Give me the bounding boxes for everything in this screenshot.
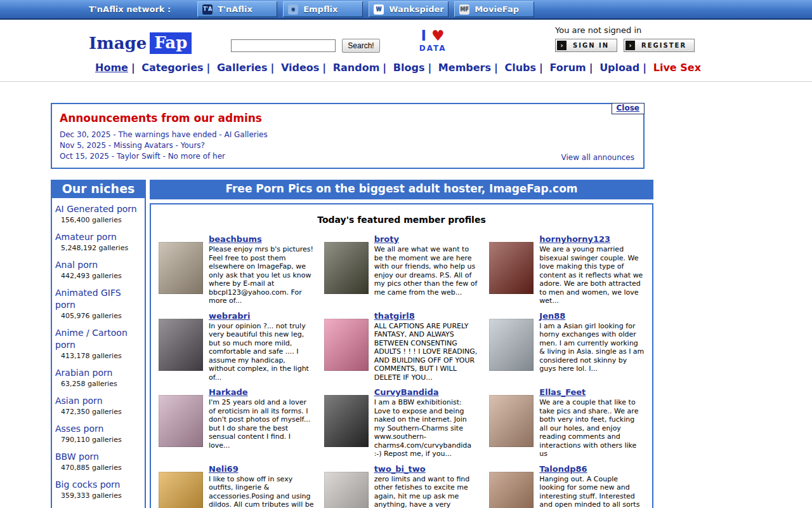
niche-item: Anal porn 442,493 galleries (55, 258, 142, 280)
niche-gallery-count: 470,885 galleries (55, 464, 142, 472)
nav-item-members[interactable]: Members (438, 62, 491, 74)
niche-link[interactable]: Big cocks porn (55, 479, 120, 490)
site-header: Image Fap Search! I ♥ DATA You are not s… (0, 20, 812, 59)
profile-description: Please enjoy mrs b's pictures! Feel free… (209, 245, 314, 305)
register-button[interactable]: › REGISTER (624, 39, 695, 52)
featured-profiles-box: Today's featured member profiles beachbu… (150, 203, 653, 508)
nav-item-forum[interactable]: Forum (549, 62, 586, 74)
nav-item-categories[interactable]: Categories (141, 62, 203, 74)
profile-name-link[interactable]: Talondp86 (539, 464, 587, 474)
nav-item-home[interactable]: Home (95, 62, 128, 74)
profile-thumbnail[interactable] (324, 395, 369, 447)
nav-separator: | (270, 62, 274, 74)
profile-name-link[interactable]: beachbums (209, 234, 262, 244)
nav-item-videos[interactable]: Videos (281, 62, 319, 74)
niche-link[interactable]: Anime / Cartoon porn (55, 328, 128, 350)
site-logo[interactable]: Image Fap (89, 27, 192, 59)
network-site-button[interactable]: W Wankspider (369, 1, 449, 17)
profile-thumbnail[interactable] (489, 242, 534, 294)
profile-card: Jen88 I am a Asian girl looking for horn… (489, 309, 645, 382)
network-site-icon: T'A (202, 4, 213, 15)
profile-description: ALL CAPTIONS ARE PURELY FANTASY, AND ALW… (374, 322, 480, 382)
niche-gallery-count: 472,350 galleries (55, 408, 142, 416)
profile-thumbnail[interactable] (324, 472, 369, 508)
nav-item-clubs[interactable]: Clubs (504, 62, 536, 74)
profile-card: Neli69 I like to show off in sexy outfit… (159, 462, 314, 508)
niche-link[interactable]: AI Generated porn (55, 204, 137, 214)
search-input[interactable] (231, 39, 336, 52)
profile-name-link[interactable]: Harkade (209, 387, 248, 397)
nav-separator: | (539, 62, 543, 74)
niche-link[interactable]: BBW porn (55, 451, 99, 462)
profile-thumbnail[interactable] (159, 319, 203, 371)
content-row: Our niches AI Generated porn 156,400 gal… (51, 180, 812, 508)
nav-separator: | (643, 62, 646, 74)
network-site-label: T'nAflix (218, 4, 252, 14)
search-button[interactable]: Search! (342, 39, 379, 53)
niche-gallery-count: 442,493 galleries (55, 272, 142, 280)
profile-name-link[interactable]: Jen88 (539, 311, 565, 321)
network-site-button[interactable]: T'A T'nAflix (197, 1, 277, 17)
nav-separator: | (589, 62, 593, 74)
account-area: You are not signed in › SIGN IN › REGIST… (555, 25, 695, 52)
profile-name-link[interactable]: CurvyBandida (374, 387, 439, 397)
nav-separator: | (383, 62, 386, 74)
niche-link[interactable]: Amateur porn (55, 232, 117, 242)
view-all-announces-link[interactable]: View all announces (561, 153, 634, 162)
sign-in-label: SIGN IN (566, 42, 615, 49)
profile-thumbnail[interactable] (159, 395, 203, 447)
niche-link[interactable]: Arabian porn (55, 368, 112, 378)
profile-card: CurvyBandida I am a BBW exhibitionist: L… (324, 385, 480, 458)
nav-separator: | (131, 62, 135, 74)
profile-description: We all are what we want to be the moment… (374, 245, 480, 297)
profile-thumbnail[interactable] (489, 319, 534, 371)
nav-item-upload[interactable]: Upload (599, 62, 639, 74)
announcement-link[interactable]: Oct 15, 2025 - Taylor Swift - No more of… (60, 152, 636, 161)
network-site-label: MovieFap (475, 4, 519, 14)
niche-gallery-count: 63,258 galleries (55, 380, 142, 388)
profile-card: Harkade I'm 25 years old and a lover of … (159, 385, 314, 458)
nav-separator: | (494, 62, 498, 74)
nav-item-live-sex[interactable]: Live Sex (653, 62, 701, 74)
profile-description: I like to show off in sexy outfits, ling… (209, 475, 314, 508)
profile-name-link[interactable]: webrabri (209, 311, 251, 321)
niches-sidebar-title: Our niches (52, 181, 145, 198)
profile-thumbnail[interactable] (159, 242, 203, 294)
profile-thumbnail[interactable] (489, 472, 534, 508)
announcement-link[interactable]: Dec 30, 2025 - The warnings have ended -… (60, 130, 636, 139)
announcements-panel: Close Announcements from our admins Dec … (51, 103, 645, 169)
profile-name-link[interactable]: two_bi_two (374, 464, 426, 474)
profile-name-link[interactable]: Neli69 (209, 464, 239, 474)
profile-description: In your opinion ?... not truly very beau… (209, 322, 314, 382)
profile-card: webrabri In your opinion ?... not truly … (159, 309, 314, 382)
profile-name-link[interactable]: Ellas_Feet (539, 387, 586, 397)
profile-name-link[interactable]: thatgirl8 (374, 311, 415, 321)
network-site-button[interactable]: MF MovieFap (454, 1, 534, 17)
sign-in-button[interactable]: › SIGN IN (555, 39, 617, 52)
niche-link[interactable]: Asian porn (55, 396, 103, 406)
i-love-data-logo: I ♥ DATA (419, 29, 447, 59)
profile-thumbnail[interactable] (489, 395, 534, 447)
niche-gallery-count: 5,248,192 galleries (55, 244, 142, 252)
announcements-close-button[interactable]: Close (612, 103, 645, 114)
niche-link[interactable]: Animated GIFS porn (55, 288, 121, 310)
profile-name-link[interactable]: hornyhorny123 (539, 234, 610, 244)
network-site-buttons: T'A T'nAflix e Empflix W Wankspider MF M… (197, 1, 534, 17)
nav-item-random[interactable]: Random (333, 62, 380, 74)
profile-thumbnail[interactable] (324, 319, 369, 371)
profile-name-link[interactable]: broty (374, 234, 399, 244)
niche-link[interactable]: Anal porn (55, 260, 98, 270)
profile-thumbnail[interactable] (324, 242, 369, 294)
profile-card: beachbums Please enjoy mrs b's pictures!… (159, 232, 314, 305)
niche-link[interactable]: Asses porn (55, 424, 103, 434)
profile-thumbnail[interactable] (159, 472, 203, 508)
profile-description: We are a young married bisexual swinger … (539, 245, 645, 305)
nav-item-blogs[interactable]: Blogs (393, 62, 425, 74)
announcement-link[interactable]: Nov 5, 2025 - Missing Avatars - Yours? (60, 141, 636, 150)
search-area: Search! (231, 32, 379, 59)
profile-description: I am a BBW exhibitionist: Love to expose… (374, 398, 480, 458)
network-site-button[interactable]: e Empflix (283, 1, 363, 17)
network-bar-label: T'nAflix network : (89, 4, 171, 14)
main-nav: Home| Categories| Galleries| Videos| Ran… (0, 59, 812, 82)
nav-item-galleries[interactable]: Galleries (217, 62, 268, 74)
